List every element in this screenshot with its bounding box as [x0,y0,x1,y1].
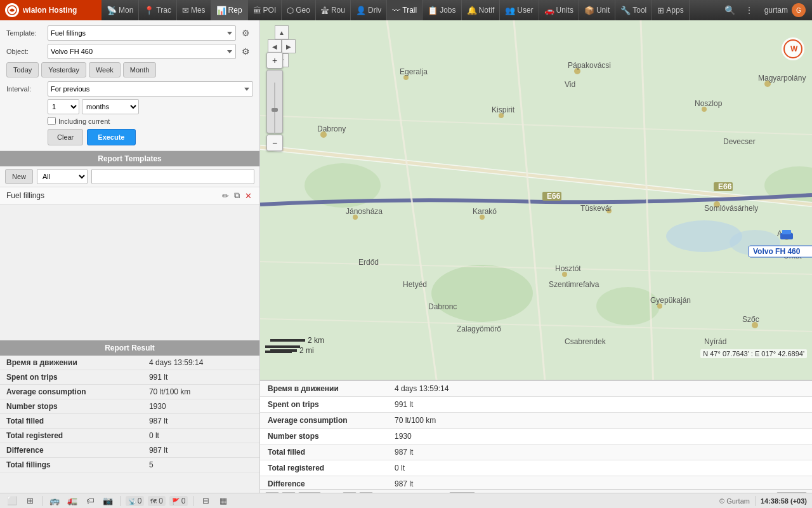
nav-item-drivers[interactable]: 👤Driv [351,0,387,20]
svg-text:Szőc: Szőc [742,315,759,324]
interval-sub: 1 months [48,99,139,114]
including-current-row: Including current [48,117,253,125]
table-row: Spent on trips 991 lt [0,370,259,384]
scale-bar: 2 km 2 mi [270,335,324,356]
nav-item-routes[interactable]: 🛣Rou [316,0,351,20]
search-button[interactable]: 🔍 [719,5,740,15]
status-track-button[interactable]: 🚛 [65,494,79,508]
templates-toolbar: New All Fuel Route Summary [0,166,259,187]
week-button[interactable]: Week [89,62,121,77]
svg-point-18 [403,75,409,80]
map-canvas: Dabrony Egeralja Kispirit Pápakovácsi Vi… [260,20,812,380]
templates-section-header: Report Templates [0,151,259,166]
interval-label: Interval: [6,85,48,93]
template-edit-button[interactable]: ✏ [221,190,230,201]
svg-text:Urkút: Urkút [783,251,802,260]
object-settings-button[interactable]: ⚙ [238,44,253,59]
nav-item-reports[interactable]: 📊Rep [211,0,248,20]
template-item-name: Fuel fillings [6,191,221,200]
map-pan-up-button[interactable]: ▲ [275,25,289,39]
nav-item-users[interactable]: 👥User [500,0,539,20]
execute-button[interactable]: Execute [87,129,135,145]
svg-rect-55 [542,192,561,201]
status-grid2-button[interactable]: ▦ [216,494,230,508]
map-zoom-out-button[interactable]: − [266,135,283,151]
status-layers-button[interactable]: ⊟ [199,494,213,508]
summary-value-5: 0 lt [387,460,812,476]
nav-item-monitoring[interactable]: 📡Mon [102,0,139,20]
nav-item-units2[interactable]: 📦Unit [579,0,615,20]
messages-icon: ✉ [182,6,189,15]
nav-item-apps[interactable]: ⊞Apps [652,0,689,20]
result-table-container: Время в движении 4 days 13:59:14 Spent o… [0,356,259,509]
template-settings-button[interactable]: ⚙ [238,25,253,41]
nav-item-geofences[interactable]: ⬡Geo [282,0,316,20]
new-template-button[interactable]: New [5,169,33,184]
today-button[interactable]: Today [6,62,39,77]
template-select[interactable]: Fuel fillings [48,25,236,41]
nav-label-users: User [517,6,533,15]
month-button[interactable]: Month [123,62,157,77]
summary-label-0: Время в движении [260,381,387,397]
tracking-icon: 📍 [144,6,154,15]
svg-point-24 [480,215,485,220]
nav-label-trails: Trail [402,6,417,15]
template-row: Template: Fuel fillings ⚙ [6,25,253,41]
clear-button[interactable]: Clear [48,129,83,145]
nav-item-poi[interactable]: 🏛POI [248,0,282,20]
nav-item-messages[interactable]: ✉Mes [177,0,211,20]
interval-number-select[interactable]: 1 [48,99,79,114]
map-pan-right-button[interactable]: ▶ [282,39,296,53]
including-current-checkbox[interactable] [48,117,56,125]
map-zoom-slider[interactable] [266,70,283,133]
status-view-grid-button[interactable]: ⊞ [23,494,37,508]
nav-label-units1: Units [556,6,573,15]
app-logo[interactable]: wialon Hosting [0,0,102,20]
svg-text:Volvo FH 460: Volvo FH 460 [753,247,801,256]
svg-point-8 [764,166,812,204]
nav-label-poi: POI [263,6,277,15]
interval-type-select[interactable]: For previous [48,81,253,97]
more-menu-button[interactable]: ⋮ [740,6,758,15]
status-camera-button[interactable]: 📷 [101,494,115,508]
nav-item-tracking[interactable]: 📍Trac [139,0,177,20]
apps-icon: ⊞ [657,6,664,15]
interval-unit-select[interactable]: months [82,99,139,114]
nav-item-jobs[interactable]: 📋Jobs [422,0,461,20]
summary-label-2: Average consumption [260,413,387,429]
monitoring-icon: 📡 [107,6,117,15]
nav-item-tools[interactable]: 🔧Tool [615,0,652,20]
summary-value-0: 4 days 13:59:14 [387,381,812,397]
status-label-button[interactable]: 🏷 [83,494,97,508]
list-item[interactable]: Fuel fillings ✏ ⧉ ✕ [0,187,259,204]
template-filter-select[interactable]: All Fuel Route Summary [37,169,88,184]
summary-label-5: Total registered [260,460,387,476]
map-scale: 2 km 2 mi [270,335,324,356]
object-select[interactable]: Volvo FH 460 [48,44,236,59]
svg-text:Devecser: Devecser [723,137,756,146]
template-delete-button[interactable]: ✕ [244,190,253,201]
user-menu[interactable]: gurtam G [758,3,812,17]
summary-label-1: Spent on trips [260,397,387,413]
map-zoom-controls: + − [266,52,283,151]
result-section-header: Report Result [0,340,259,356]
report-config-section: Template: Fuel fillings ⚙ Object: Volvo … [0,20,259,151]
result-label-2: Average consumption [0,384,143,399]
nav-label-tracking: Trac [156,6,171,15]
map-area[interactable]: Dabrony Egeralja Kispirit Pápakovácsi Vi… [260,20,812,380]
svg-point-7 [304,163,381,208]
status-vehicle-button[interactable]: 🚌 [48,494,62,508]
template-copy-button[interactable]: ⧉ [233,190,241,201]
trails-icon: 〰 [392,6,400,15]
yesterday-button[interactable]: Yesterday [41,62,86,77]
table-row: Время в движении 4 days 13:59:14 [0,356,259,370]
template-search-input[interactable] [91,169,254,184]
nav-item-units1[interactable]: 🚗Units [539,0,579,20]
nav-item-trails[interactable]: 〰Trail [387,0,422,20]
nav-item-notifications[interactable]: 🔔Notif [462,0,501,20]
svg-text:Somlóvásárhely: Somlóvásárhely [704,204,758,213]
map-pan-left-button[interactable]: ◀ [268,39,282,53]
map-zoom-in-button[interactable]: + [266,52,283,69]
status-view-single-button[interactable]: ⬜ [5,494,19,508]
summary-value-4: 987 lt [387,444,812,460]
